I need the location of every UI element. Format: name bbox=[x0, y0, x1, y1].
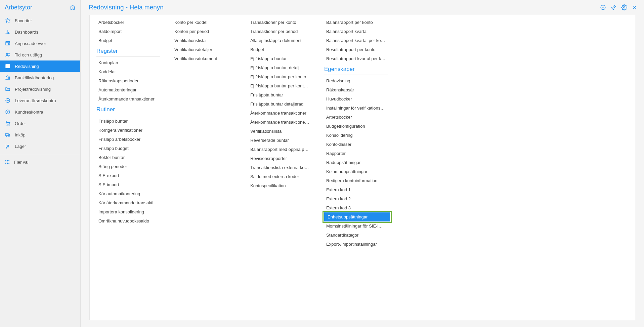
menu-link[interactable]: Extern kod 1 bbox=[324, 185, 388, 194]
menu-link[interactable]: Enhetsuppsättningar bbox=[324, 212, 390, 221]
sidebar-item-projektredovisning[interactable]: Projektredovisning bbox=[0, 83, 80, 95]
sidebar-item-kundreskontra[interactable]: Kundreskontra bbox=[0, 106, 80, 118]
menu-link[interactable]: Budget bbox=[96, 36, 160, 45]
menu-link[interactable]: Resultatrapport per konto bbox=[324, 45, 388, 54]
menu-link[interactable]: SIE-import bbox=[96, 180, 160, 189]
sidebar-item-order[interactable]: Order bbox=[0, 118, 80, 129]
menu-link[interactable]: Redovisning bbox=[324, 76, 388, 85]
svg-point-15 bbox=[5, 160, 6, 161]
menu-link[interactable]: Reverserade buntar bbox=[248, 136, 312, 145]
menu-link[interactable]: Balansrapport per konto bbox=[324, 18, 388, 27]
menu-link[interactable]: Frisläpp arbetsböcker bbox=[96, 135, 160, 144]
home-icon[interactable] bbox=[70, 4, 76, 10]
menu-link[interactable]: Redigera kontoinformation bbox=[324, 176, 388, 185]
menu-link[interactable]: Frisläppta buntar bbox=[248, 90, 312, 99]
menu-link[interactable]: SIE-export bbox=[96, 171, 160, 180]
menu-link[interactable]: Kontoplan bbox=[96, 58, 160, 67]
sidebar-item-lager[interactable]: Lager bbox=[0, 140, 80, 152]
menu-link[interactable]: Omräkna huvudbokssaldo bbox=[96, 216, 160, 226]
menu-link[interactable]: Revisionsrapporter bbox=[248, 154, 312, 163]
menu-link[interactable]: Kolumnuppsättningar bbox=[324, 167, 388, 176]
menu-link[interactable]: Verifikationsdokument bbox=[172, 54, 236, 63]
pin-icon[interactable] bbox=[611, 5, 616, 10]
menu-link[interactable]: Återkommande transaktioner bbox=[248, 109, 312, 118]
menu-link[interactable]: Konsolidering bbox=[324, 131, 388, 140]
menu-link[interactable]: Importera konsolidering bbox=[96, 207, 160, 216]
menu-link[interactable]: Export-/importinställningar bbox=[324, 240, 388, 249]
menu-link[interactable]: Extern kod 2 bbox=[324, 194, 388, 203]
menu-link[interactable]: Extern kod 3 bbox=[324, 203, 388, 212]
menu-link[interactable]: Transaktionslista externa koder bbox=[248, 163, 312, 172]
menu-link[interactable]: Kontospecifikation bbox=[248, 181, 312, 190]
menu-link[interactable]: Räkenskapsår bbox=[324, 85, 388, 94]
menu-link[interactable]: Rapporter bbox=[324, 149, 388, 158]
sidebar-item-label: Inköp bbox=[15, 132, 26, 137]
svg-point-3 bbox=[6, 53, 8, 54]
menu-link[interactable]: Standardkategori bbox=[324, 231, 388, 240]
sidebar-item-favoriter[interactable]: Favoriter bbox=[0, 15, 80, 26]
menu-link[interactable]: Återkommande transaktioner (detalj... bbox=[248, 118, 312, 127]
menu-link[interactable]: Balansrapport kvartal per konto bbox=[324, 36, 388, 45]
menu-link[interactable]: Återkommande transaktioner bbox=[96, 94, 160, 104]
plus-icon bbox=[5, 109, 11, 115]
menu-link[interactable]: Inställningar för verifikationsavstäm... bbox=[324, 104, 388, 113]
menu-link[interactable]: Koddelar bbox=[96, 67, 160, 76]
menu-link[interactable]: Konton per period bbox=[172, 27, 236, 36]
menu-link[interactable]: Verifikationsdetaljer bbox=[172, 45, 236, 54]
sidebar-item-dashboards[interactable]: Dashboards bbox=[0, 26, 80, 38]
menu-link[interactable]: Automatkonteringar bbox=[96, 85, 160, 94]
star-icon bbox=[5, 18, 11, 23]
menu-link[interactable]: Kör återkommande transaktioner bbox=[96, 198, 160, 207]
menu-link[interactable]: Ej frisläppta buntar bbox=[248, 54, 312, 63]
sidebar-more[interactable]: Fler val bbox=[0, 156, 80, 168]
menu-link[interactable]: Kör automatkontering bbox=[96, 189, 160, 198]
menu-link[interactable]: Korrigera verifikationer bbox=[96, 126, 160, 135]
svg-point-17 bbox=[8, 160, 9, 161]
sidebar-item-ink-p[interactable]: Inköp bbox=[0, 129, 80, 140]
menu-link[interactable]: Resultatrapport kvartal per konto bbox=[324, 54, 388, 63]
svg-point-21 bbox=[5, 163, 6, 164]
menu-link[interactable]: Frisläppta buntar detaljerad bbox=[248, 99, 312, 109]
header-actions bbox=[600, 4, 637, 10]
menu-link[interactable]: Budgetkonfiguration bbox=[324, 122, 388, 131]
menu-link[interactable]: Ej frisläppta buntar, detalj bbox=[248, 63, 312, 72]
menu-link[interactable]: Saldo med externa koder bbox=[248, 172, 312, 181]
menu-link[interactable]: Ej frisläppta buntar per konto bbox=[248, 72, 312, 81]
menu-link[interactable]: Bokför buntar bbox=[96, 153, 160, 162]
menu-link[interactable]: Frisläpp buntar bbox=[96, 117, 160, 126]
menu-link[interactable]: Verifikationslista bbox=[172, 36, 236, 45]
content-panel: ArbetsböckerSaldoimportBudgetRegisterKon… bbox=[89, 15, 635, 320]
menu-link[interactable]: Ej frisläppta buntar per konto, valuta bbox=[248, 81, 312, 90]
menu-link[interactable]: Arbetsböcker bbox=[96, 18, 160, 27]
section-title: Egenskaper bbox=[324, 63, 388, 75]
menu-link[interactable]: Kontoklasser bbox=[324, 140, 388, 149]
sidebar-item-bank-likvidhantering[interactable]: Bank/likvidhantering bbox=[0, 72, 80, 83]
content-wrap: ArbetsböckerSaldoimportBudgetRegisterKon… bbox=[81, 15, 644, 327]
menu-link[interactable]: Huvudböcker bbox=[324, 94, 388, 104]
menu-link[interactable]: Budget bbox=[248, 45, 312, 54]
menu-link[interactable]: Balansrapport med öppna poster bbox=[248, 145, 312, 154]
close-icon[interactable] bbox=[632, 5, 637, 10]
sidebar-item-tid-och-utl-gg[interactable]: Tid och utlägg bbox=[0, 49, 80, 60]
menu-link[interactable]: Balansrapport kvartal bbox=[324, 27, 388, 36]
gear-icon[interactable] bbox=[621, 4, 627, 10]
svg-rect-14 bbox=[7, 145, 9, 147]
menu-link[interactable]: Räkenskapsperioder bbox=[96, 76, 160, 85]
menu-link[interactable]: Stäng perioder bbox=[96, 162, 160, 171]
menu-link[interactable]: Arbetsböcker bbox=[324, 113, 388, 122]
menu-link[interactable]: Verifikationslista bbox=[248, 127, 312, 136]
menu-link[interactable]: Transaktioner per period bbox=[248, 27, 312, 36]
sidebar-item-anpassade-vyer[interactable]: Anpassade vyer bbox=[0, 38, 80, 49]
sidebar-nav: FavoriterDashboardsAnpassade vyerTid och… bbox=[0, 15, 80, 152]
sidebar-item-leverant-rsreskontra[interactable]: Leverantörsreskontra bbox=[0, 95, 80, 106]
menu-link[interactable]: Transaktioner per konto bbox=[248, 18, 312, 27]
sidebar-item-label: Redovisning bbox=[15, 64, 39, 69]
menu-link[interactable]: Frisläpp budget bbox=[96, 144, 160, 153]
menu-link[interactable]: Momsinställningar för SIE-import bbox=[324, 221, 388, 231]
sidebar-item-redovisning[interactable]: Redovisning bbox=[0, 60, 80, 72]
menu-link[interactable]: Raduppsättningar bbox=[324, 158, 388, 167]
collapse-icon[interactable] bbox=[600, 4, 606, 10]
menu-link[interactable]: Konto per koddel bbox=[172, 18, 236, 27]
menu-link[interactable]: Alla ej frisläppta dokument bbox=[248, 36, 312, 45]
menu-link[interactable]: Saldoimport bbox=[96, 27, 160, 36]
